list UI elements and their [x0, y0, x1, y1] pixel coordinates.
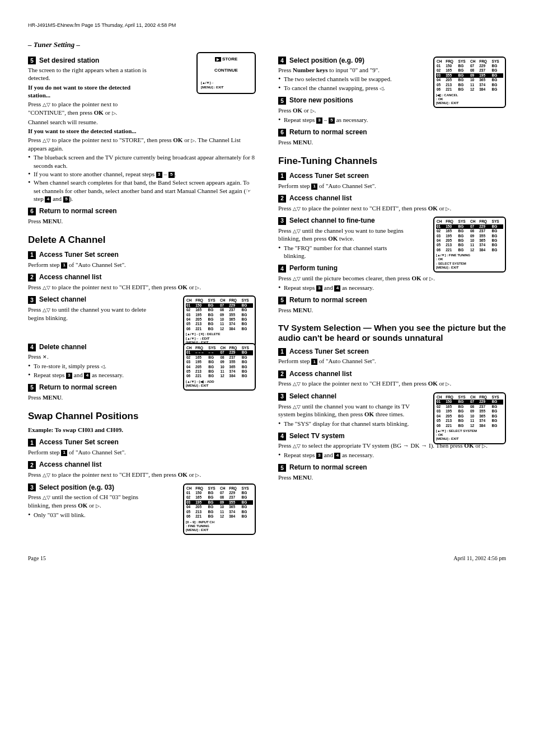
tv-s5-title: Return to normal screen — [289, 463, 367, 472]
left-column: ▶ STORE CONTINUE [▲/▼]→ [MENU] : EXIT 5S… — [28, 52, 256, 538]
s5-b2: If you want to store another channel, re… — [28, 170, 256, 178]
s6-p1: Press MENU. — [28, 217, 256, 225]
tv-s2-title: Access channel list — [289, 370, 352, 379]
r-s6-p1: Press MENU. — [278, 138, 506, 146]
del-s1-num: 1 — [28, 251, 36, 259]
osd-delete1: CHFRQSYSCHFRQSYS 01150BG07229BG 02165BG0… — [183, 295, 256, 348]
osd-store-l2: CONTINUE — [201, 68, 251, 73]
tv-s1-title: Access Tuner Set screen — [289, 348, 369, 356]
r-s6-title: Return to normal screen — [289, 128, 367, 137]
r-s4-title: Select position (e.g. 09) — [289, 57, 364, 65]
del-s5-title: Return to normal screen — [39, 383, 117, 392]
del-s5-num: 5 — [28, 384, 36, 392]
fine-s2-p1: Press to place the pointer next to "CH E… — [278, 204, 506, 213]
x-icon — [43, 353, 47, 360]
tri-down-icon — [46, 101, 50, 107]
osd-store-f2: [MENU] : EXIT — [201, 86, 251, 90]
del-s2-title: Access channel list — [39, 273, 101, 282]
step6-num: 6 — [28, 208, 36, 215]
del-s1-p1: Perform step 1 of "Auto Channel Set". — [28, 261, 256, 269]
fine-s3-p1: Press until the channel you want to tune… — [278, 227, 407, 243]
swap-s3-p1: Press until the section of CH "03" begin… — [28, 493, 157, 509]
del-s4-b1: To re-store it, simply press . — [28, 362, 157, 370]
tv-s3-p1: Press until the channel you want to chan… — [278, 402, 413, 419]
osd-store-f1: [▲/▼]→ — [201, 81, 214, 84]
del-s4-num: 4 — [28, 344, 36, 351]
s5-p2: If you do not want to store the detected… — [28, 83, 151, 100]
swap-s1-p1: Perform step 1 of "Auto Channel Set". — [28, 448, 256, 456]
osd-swap2: CHFRQSYSCHFRQSYS 01150BG07229BG 02165BG0… — [433, 57, 506, 109]
fine-s4-num: 4 — [278, 265, 286, 273]
tv-s1-num: 1 — [278, 348, 286, 356]
tv-s2-p1: Press to place the pointer next to "CH E… — [278, 379, 506, 388]
tv-s4-title: Select TV system — [289, 432, 345, 441]
s5-p5: If you want to store the detected statio… — [28, 127, 256, 135]
r-s4-b2: To cancel the channel swapping, press . — [278, 84, 407, 92]
swap-s3-b1: Only "03" will blink. — [28, 511, 256, 519]
swap-s3-title: Select position (e.g. 03) — [39, 483, 114, 492]
osd-store-box: ▶ STORE CONTINUE [▲/▼]→ [MENU] : EXIT — [196, 52, 256, 94]
tri-up-icon — [43, 101, 46, 107]
r-s4-num: 4 — [278, 57, 286, 64]
s5-p3: Press to place the pointer next to "CONT… — [28, 100, 151, 116]
swap-s2-title: Access channel list — [39, 461, 101, 469]
tv-s4-b1: Repeat steps 3 and 4 as necessary. — [278, 451, 506, 459]
store-icon: ▶ — [215, 57, 221, 62]
fine-s1-title: Access Tuner Set screen — [289, 172, 369, 181]
file-header: HR-J491MS-ENnew.fm Page 15 Thursday, Apr… — [28, 22, 506, 29]
fine-s3-b1: The "FRQ" number for that channel starts… — [278, 244, 407, 260]
r-s4-b1: The two selected channels will be swappe… — [278, 75, 407, 83]
del-s2-p1: Press to place the pointer next to "CH E… — [28, 283, 256, 292]
hand-icon — [246, 187, 251, 194]
fine-s4-title: Perform tuning — [289, 264, 338, 273]
del-s5-p1: Press MENU. — [28, 393, 256, 401]
tv-s3-title: Select channel — [289, 392, 336, 401]
fine-s1-p1: Perform step 1 of "Auto Channel Set". — [278, 182, 506, 190]
del-s3-title: Select channel — [39, 295, 86, 304]
swap-h1: Swap Channel Positions — [28, 410, 256, 422]
right-column: CHFRQSYSCHFRQSYS 01150BG07229BG 02165BG0… — [278, 52, 506, 538]
fine-s4-b1: Repeat steps 3 and 4 as necessary. — [278, 284, 506, 292]
osd-swap1: CHFRQSYSCHFRQSYS 01150BG07229BG 02165BG0… — [183, 483, 256, 536]
fine-s4-p1: Press until the picture becomes clearer,… — [278, 274, 506, 283]
osd-fine: CHFRQSYSCHFRQSYS 01150BG07229BG 02165BG0… — [433, 217, 506, 273]
s5-b3: When channel search completes for that b… — [28, 179, 256, 203]
step5-num: 5 — [28, 57, 36, 64]
s5-b1: The blueback screen and the TV picture c… — [28, 153, 256, 170]
page-footer: Page 15 April 11, 2002 4:56 pm — [28, 555, 506, 562]
fine-s2-num: 2 — [278, 195, 286, 203]
tv-s2-num: 2 — [278, 370, 286, 378]
del-s4-b2: Repeat steps 3 and 4 as necessary. — [28, 371, 157, 379]
swap-s1-num: 1 — [28, 439, 36, 447]
del-s2-num: 2 — [28, 274, 36, 281]
r-s5-b1: Repeat steps 3 – 5 as necessary. — [278, 116, 506, 124]
section-bar: – Tuner Setting – — [28, 40, 506, 50]
r-s6-num: 6 — [278, 129, 286, 137]
swap-ex: Example: To swap CH03 and CH09. — [28, 426, 256, 434]
footer-page: Page 15 — [28, 555, 46, 562]
delete-h1: Delete A Channel — [28, 234, 256, 246]
fine-s5-num: 5 — [278, 297, 286, 304]
del-s3-p1: Press to until the channel you want to d… — [28, 306, 157, 322]
r-s4-p1: Press Number keys to input "0" and "9". — [278, 66, 407, 74]
del-s1-title: Access Tuner Set screen — [39, 251, 119, 260]
swap-s3-num: 3 — [28, 483, 36, 491]
s5-p1: The screen to the right appears when a s… — [28, 66, 151, 82]
step6-title: Return to normal screen — [39, 207, 117, 216]
osd-tvsys: CHFRQSYSCHFRQSYS 01150BG07229BG 02165BG0… — [433, 392, 506, 444]
fine-s1-num: 1 — [278, 172, 286, 180]
fine-h1: Fine-Tuning Channels — [278, 155, 506, 167]
tv-s4-num: 4 — [278, 433, 286, 440]
fine-s3-num: 3 — [278, 217, 286, 225]
osd-store-l1: STORE — [222, 57, 237, 62]
swap-s1-title: Access Tuner Set screen — [39, 438, 119, 447]
step5-title: Set desired station — [39, 57, 99, 65]
r-s5-num: 5 — [278, 97, 286, 105]
swap-s2-p1: Press to place the pointer next to "CH E… — [28, 471, 256, 479]
tv-s1-p1: Perform step 1 of "Auto Channel Set". — [278, 357, 506, 365]
tri-right-icon — [112, 109, 116, 116]
footer-date: April 11, 2002 4:56 pm — [453, 555, 506, 562]
fine-s2-title: Access channel list — [289, 194, 352, 203]
del-s4-title: Delete channel — [39, 343, 87, 352]
s5-p4: Channel search will resume. — [28, 118, 256, 126]
